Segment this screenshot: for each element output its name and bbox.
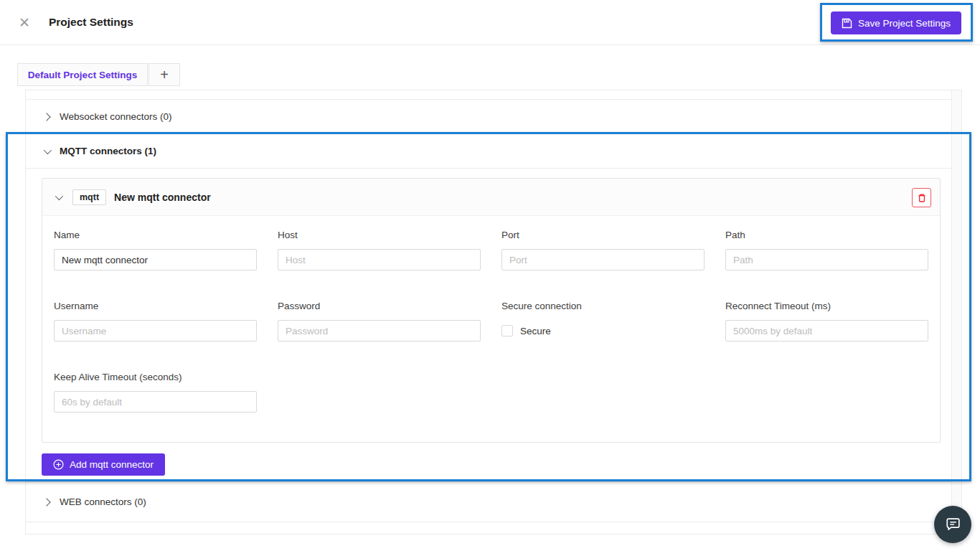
panel-scrollbar[interactable] — [951, 90, 961, 534]
chevron-right-icon — [42, 498, 50, 506]
mqtt-section-body: mqtt New mqtt connector Name — [26, 169, 951, 482]
page-title: Project Settings — [49, 16, 133, 29]
field-label: Secure connection — [501, 301, 705, 315]
keepalive-timeout-input[interactable] — [54, 391, 257, 413]
trash-icon — [917, 193, 927, 203]
field-label: Path — [725, 230, 928, 244]
connector-form: Name Host Port Path — [42, 216, 940, 442]
secure-checkbox-label: Secure — [520, 326, 551, 336]
name-input[interactable] — [54, 249, 257, 270]
chat-widget-button[interactable] — [934, 506, 971, 543]
settings-panel: Websocket connectors (0) MQTT connectors… — [25, 90, 962, 534]
save-project-settings-button[interactable]: Save Project Settings — [831, 11, 961, 34]
panel-content: Websocket connectors (0) MQTT connectors… — [26, 90, 951, 534]
field-reconnect-timeout: Reconnect Timeout (ms) — [725, 301, 928, 342]
chevron-right-icon — [42, 113, 50, 121]
field-label: Username — [54, 301, 257, 315]
field-label: Reconnect Timeout (ms) — [725, 301, 928, 315]
field-path: Path — [725, 230, 928, 270]
host-input[interactable] — [278, 249, 481, 270]
accordion-label: Websocket connectors (0) — [60, 111, 172, 122]
chevron-down-icon — [44, 146, 52, 154]
delete-connector-button[interactable] — [912, 188, 931, 207]
field-secure-connection: Secure connection Secure — [501, 301, 705, 342]
tab-default-project-settings[interactable]: Default Project Settings — [17, 63, 148, 86]
secure-check-row: Secure — [501, 320, 705, 342]
username-input[interactable] — [54, 320, 257, 342]
save-button-label: Save Project Settings — [858, 18, 951, 29]
chevron-down-icon — [55, 192, 63, 199]
field-password: Password — [278, 301, 481, 342]
port-input[interactable] — [501, 249, 705, 270]
field-label: Password — [278, 301, 481, 315]
field-label: Host — [278, 230, 481, 244]
plus-icon: + — [160, 67, 169, 83]
path-input[interactable] — [725, 249, 928, 270]
plus-circle-icon — [53, 459, 64, 470]
field-label: Keep Alive Timeout (seconds) — [54, 372, 257, 386]
field-keepalive-timeout: Keep Alive Timeout (seconds) — [54, 372, 257, 413]
password-input[interactable] — [278, 320, 481, 342]
connector-title: New mqtt connector — [114, 192, 211, 203]
accordion-label: MQTT connectors (1) — [60, 146, 156, 156]
mqtt-connector-card-header[interactable]: mqtt New mqtt connector — [42, 179, 940, 216]
add-tab-button[interactable]: + — [149, 63, 180, 86]
accordion-mqtt-connectors[interactable]: MQTT connectors (1) — [26, 134, 951, 169]
panel-top-strip — [26, 90, 951, 100]
tab-label: Default Project Settings — [28, 70, 137, 80]
connector-type-tag: mqtt — [72, 189, 106, 205]
secure-checkbox[interactable] — [501, 325, 513, 336]
field-label: Name — [54, 230, 257, 244]
tab-bar: Default Project Settings + — [17, 63, 180, 86]
field-name: Name — [54, 230, 257, 270]
reconnect-timeout-input[interactable] — [725, 320, 928, 342]
chat-bubble-icon — [944, 516, 961, 533]
accordion-websocket-connectors[interactable]: Websocket connectors (0) — [26, 100, 951, 134]
field-port: Port — [501, 230, 705, 270]
field-host: Host — [278, 230, 481, 270]
add-button-label: Add mqtt connector — [70, 459, 154, 470]
save-icon — [842, 18, 852, 29]
field-username: Username — [54, 301, 257, 342]
close-icon[interactable]: ✕ — [19, 16, 30, 29]
field-label: Port — [501, 230, 705, 244]
accordion-label: WEB connectors (0) — [60, 496, 146, 507]
add-mqtt-connector-button[interactable]: Add mqtt connector — [42, 453, 165, 476]
mqtt-connector-card: mqtt New mqtt connector Name — [42, 178, 941, 443]
accordion-web-connectors[interactable]: WEB connectors (0) — [26, 482, 951, 522]
